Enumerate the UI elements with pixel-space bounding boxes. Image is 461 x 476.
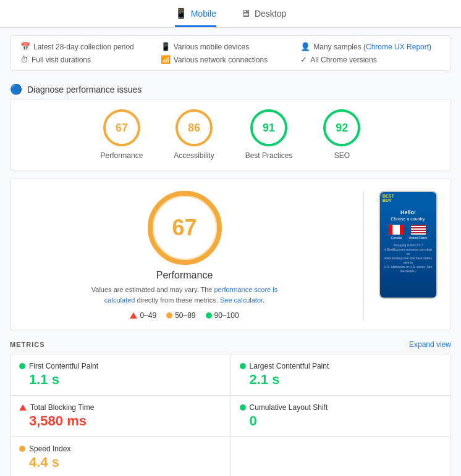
phone-choose-text: Choose a country. — [391, 217, 425, 221]
score-circle-seo: 92 — [323, 109, 360, 146]
metric-tbt-header: Total Blocking Time — [19, 403, 222, 412]
score-label-seo: SEO — [334, 151, 350, 160]
info-samples-text: Many samples (Chrome UX Report) — [313, 43, 431, 51]
score-circle-best-practices: 91 — [250, 109, 287, 146]
info-network: 📶 Various network connections — [161, 55, 301, 64]
usa-label: United States — [408, 236, 427, 240]
info-samples: 👤 Many samples (Chrome UX Report) — [300, 42, 441, 51]
legend-pass: 90–100 — [206, 311, 239, 320]
info-collection-text: Latest 28-day collection period — [33, 43, 134, 51]
chrome-ux-link[interactable]: Chrome UX Report — [366, 43, 429, 51]
info-bar: 📅 Latest 28-day collection period 📱 Vari… — [10, 35, 451, 71]
phone-body: Hello! Choose a country. Canada United S… — [380, 204, 436, 298]
phone-hello-text: Hello! — [400, 209, 416, 215]
average-dot-icon — [166, 312, 172, 319]
metric-cls-header: Cumulative Layout Shift — [240, 403, 442, 412]
metric-cls: Cumulative Layout Shift 0 — [231, 396, 451, 436]
info-network-text: Various network connections — [174, 56, 268, 64]
score-legend: 0–49 50–89 90–100 — [130, 311, 239, 320]
score-seo[interactable]: 92 SEO — [323, 109, 360, 160]
big-score-description: Values are estimated and may vary. The p… — [80, 285, 290, 305]
canada-option: Canada — [389, 225, 404, 240]
detail-left: 67 Performance Values are estimated and … — [20, 191, 349, 320]
canada-flag — [389, 225, 404, 235]
expand-view-button[interactable]: Expand view — [409, 340, 451, 349]
fcp-value: 1.1 s — [19, 372, 222, 388]
metrics-section: METRICS Expand view First Contentful Pai… — [10, 338, 451, 476]
score-circle-accessibility: 86 — [176, 109, 213, 146]
tab-desktop-label: Desktop — [255, 9, 286, 19]
fcp-indicator — [19, 363, 25, 369]
info-duration: ⏱ Full visit durations — [20, 55, 161, 64]
info-chrome: ✓ All Chrome versions — [300, 55, 441, 64]
info-collection: 📅 Latest 28-day collection period — [20, 42, 161, 51]
metric-si: Speed Index 4.4 s — [11, 437, 230, 476]
desc-end: . — [263, 296, 264, 304]
metric-tbt: Total Blocking Time 3,580 ms — [11, 396, 230, 436]
lcp-label: Largest Contentful Paint — [250, 362, 329, 370]
score-accessibility[interactable]: 86 Accessibility — [174, 109, 214, 160]
si-indicator — [19, 446, 25, 452]
canada-label: Canada — [391, 236, 402, 240]
mobile-icon: 📱 — [175, 7, 187, 19]
detail-section: 67 Performance Values are estimated and … — [10, 178, 451, 330]
metric-lcp: Largest Contentful Paint 2.1 s — [231, 354, 451, 395]
diagnose-section: 🔵 Diagnose performance issues — [0, 78, 461, 99]
phone-small-text: Shopping in the U.S.?A BestBuy.com custo… — [383, 243, 434, 273]
legend-average: 50–89 — [166, 311, 195, 320]
legend-fail-label: 0–49 — [140, 311, 156, 320]
tab-desktop[interactable]: 🖥 Desktop — [241, 8, 286, 27]
lcp-indicator — [240, 363, 246, 369]
scores-card: 67 Performance 86 Accessibility 91 Best … — [10, 99, 451, 170]
cls-value: 0 — [240, 413, 442, 429]
score-value-accessibility: 86 — [188, 122, 200, 135]
tbt-indicator — [19, 404, 27, 411]
fail-triangle-icon — [130, 312, 137, 319]
samples-icon: 👤 — [300, 42, 310, 51]
big-score-inner-ring — [153, 196, 217, 260]
info-chrome-text: All Chrome versions — [310, 56, 376, 64]
tab-mobile-label: Mobile — [191, 9, 216, 19]
fcp-label: First Contentful Paint — [29, 362, 98, 370]
desc-part1: Values are estimated and may vary. The — [91, 286, 214, 293]
legend-average-label: 50–89 — [175, 311, 195, 320]
desktop-icon: 🖥 — [241, 8, 251, 19]
network-icon: 📶 — [161, 55, 171, 64]
info-devices: 📱 Various mobile devices — [161, 42, 301, 51]
calculator-link[interactable]: See calculator — [220, 296, 263, 304]
big-score-title: Performance — [156, 270, 213, 281]
tab-mobile[interactable]: 📱 Mobile — [175, 7, 216, 27]
score-performance[interactable]: 67 Performance — [101, 109, 143, 160]
legend-fail: 0–49 — [130, 311, 156, 320]
score-best-practices[interactable]: 91 Best Practices — [245, 109, 293, 160]
info-devices-text: Various mobile devices — [174, 43, 250, 51]
tabs-bar: 📱 Mobile 🖥 Desktop — [0, 0, 461, 28]
detail-separator — [363, 191, 364, 320]
big-score-wrapper: 67 — [148, 191, 222, 265]
usa-option: United States — [408, 225, 427, 240]
phone-header: BESTBUY — [380, 192, 436, 204]
score-value-best-practices: 91 — [263, 122, 275, 135]
usa-flag — [411, 225, 426, 235]
metrics-header: METRICS Expand view — [10, 338, 451, 354]
score-circle-performance: 67 — [103, 109, 140, 146]
score-label-accessibility: Accessibility — [174, 151, 214, 160]
pass-dot-icon — [206, 312, 212, 319]
metric-si-header: Speed Index — [19, 445, 222, 453]
score-value-seo: 92 — [336, 122, 348, 135]
info-duration-text: Full visit durations — [32, 56, 91, 64]
tbt-label: Total Blocking Time — [30, 403, 94, 412]
tbt-value: 3,580 ms — [19, 413, 222, 429]
metric-fcp-header: First Contentful Paint — [19, 362, 222, 370]
checkmark-icon: ✓ — [300, 55, 307, 64]
si-value: 4.4 s — [19, 454, 222, 470]
diagnose-label: Diagnose performance issues — [27, 85, 142, 94]
cls-indicator — [240, 404, 246, 411]
score-label-best-practices: Best Practices — [245, 151, 293, 160]
score-label-performance: Performance — [101, 151, 143, 160]
phone-preview: BESTBUY Hello! Choose a country. Canada … — [379, 191, 441, 320]
phone-flags: Canada United States — [389, 225, 427, 240]
phone-mockup: BESTBUY Hello! Choose a country. Canada … — [379, 191, 438, 299]
legend-pass-label: 90–100 — [214, 311, 239, 320]
cls-label: Cumulative Layout Shift — [250, 403, 328, 412]
